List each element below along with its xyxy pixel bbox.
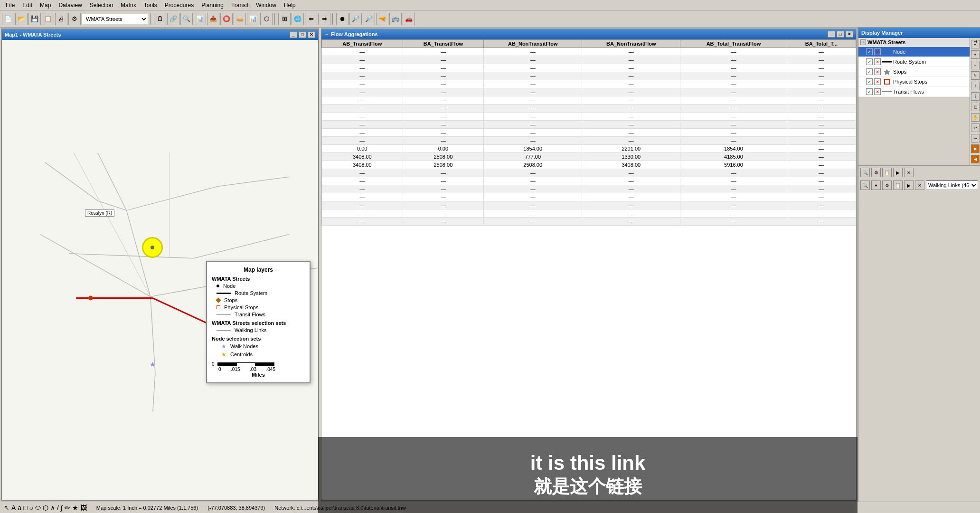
dm-tool-select[interactable]: ◻	[971, 103, 980, 111]
dm-check-route[interactable]	[866, 58, 873, 65]
pie-btn[interactable]: 🥧	[234, 13, 246, 25]
curve-icon[interactable]: ∫	[61, 504, 63, 512]
dm-layer-transit-flows[interactable]: Transit Flows	[858, 87, 970, 97]
text-icon[interactable]: A	[11, 504, 16, 512]
dm-tool-fwd[interactable]: ↪	[971, 134, 980, 142]
filter-btn[interactable]: 🔫	[376, 13, 388, 25]
menu-help[interactable]: Help	[280, 1, 300, 10]
zigzag-icon[interactable]: ∧	[50, 504, 55, 512]
col-ba-total[interactable]: BA_Total_T...	[787, 40, 856, 48]
menu-selection[interactable]: Selection	[86, 1, 117, 10]
link-btn[interactable]: 🔗	[167, 13, 179, 25]
left-btn[interactable]: ⬅	[305, 13, 317, 25]
dm-x-physical[interactable]	[874, 78, 881, 85]
copy-btn[interactable]: 📋	[42, 13, 54, 25]
scatter-btn[interactable]: ⬡	[260, 13, 273, 25]
pointer-icon[interactable]: ↖	[4, 504, 9, 512]
record-btn[interactable]: ⏺	[336, 13, 349, 25]
menu-window[interactable]: Window	[252, 1, 280, 10]
zoom-out-btn[interactable]: 🔎	[363, 13, 375, 25]
dm-tool-info2[interactable]: i	[971, 92, 980, 101]
dm-check-node[interactable]	[866, 48, 873, 55]
poly-icon[interactable]: ⬡	[43, 504, 48, 512]
export-btn[interactable]: 📤	[207, 13, 219, 25]
map-close-btn[interactable]: ✕	[308, 31, 315, 38]
car-btn[interactable]: 🚗	[403, 13, 415, 25]
col-ab-nontransit[interactable]: AB_NonTransitFlow	[484, 40, 582, 48]
table-btn[interactable]: 🗒	[154, 13, 166, 25]
map-restore-btn[interactable]: □	[299, 31, 306, 38]
dm-tool-zoom-out[interactable]: −	[971, 61, 980, 69]
dm-tool-info[interactable]: i	[971, 82, 980, 90]
dm-tool-orange2[interactable]: ◀	[971, 155, 980, 163]
dm-filter-btn2[interactable]: ⚙	[871, 168, 881, 177]
star-icon[interactable]: ★	[72, 504, 78, 512]
dm-walking-links-dropdown[interactable]: Walking Links (4619)	[926, 180, 978, 190]
menu-transit[interactable]: Transit	[227, 1, 252, 10]
circle-btn[interactable]: ⭕	[220, 13, 233, 25]
data-table-wrapper[interactable]: AB_TransitFlow BA_TransitFlow AB_NonTran…	[321, 39, 856, 500]
bar-btn[interactable]: 📊	[247, 13, 259, 25]
dm-layer-node[interactable]: Node	[858, 47, 970, 57]
dm-bottom-btn3[interactable]: ⚙	[882, 180, 892, 190]
zoom-in-btn[interactable]: 🔎	[349, 13, 362, 25]
dm-bottom-btn4[interactable]: 📋	[893, 180, 903, 190]
col-ab-transit[interactable]: AB_TransitFlow	[322, 40, 403, 48]
menu-tools[interactable]: Tools	[140, 1, 161, 10]
dm-layer-route[interactable]: Route System	[858, 57, 970, 67]
print-btn[interactable]: 🖨	[55, 13, 67, 25]
transit-btn[interactable]: 🚌	[389, 13, 402, 25]
dm-x-node[interactable]	[874, 48, 881, 55]
dm-check-transit[interactable]	[866, 88, 873, 95]
dm-expand-wmata[interactable]: +	[860, 39, 866, 45]
col-ba-transit[interactable]: BA_TransitFlow	[403, 40, 484, 48]
save-btn[interactable]: 💾	[28, 13, 41, 25]
settings-btn[interactable]: ⚙	[68, 13, 81, 25]
layers-btn[interactable]: 📊	[194, 13, 206, 25]
menu-dataview[interactable]: Dataview	[55, 1, 85, 10]
right-btn[interactable]: ➡	[318, 13, 330, 25]
menu-map[interactable]: Map	[36, 1, 55, 10]
col-ab-total[interactable]: AB_Total_TransitFlow	[680, 40, 787, 48]
circle-icon[interactable]: ○	[29, 504, 33, 512]
dm-bottom-btn6[interactable]: ✕	[915, 180, 924, 190]
dm-tool-orange1[interactable]: ▶	[971, 144, 980, 153]
globe-btn[interactable]: 🌐	[292, 13, 304, 25]
dm-tool-zoom-in[interactable]: +	[971, 50, 980, 59]
line-icon[interactable]: /	[57, 504, 59, 512]
dm-bottom-btn5[interactable]: ▶	[904, 180, 914, 190]
menu-file[interactable]: File	[2, 1, 19, 10]
dm-filter-btn1[interactable]: 🔍	[860, 168, 870, 177]
dm-bottom-btn1[interactable]: 🔍	[860, 180, 870, 190]
text-small-icon[interactable]: a	[18, 504, 21, 512]
dm-x-route[interactable]	[874, 58, 881, 65]
dm-check-physical[interactable]	[866, 78, 873, 85]
dm-bottom-btn2[interactable]: +	[871, 180, 881, 190]
dm-tool-cursor[interactable]: ↖	[971, 71, 980, 80]
data-close-btn[interactable]: ✕	[846, 31, 853, 38]
dm-filter-btn3[interactable]: 📋	[882, 168, 892, 177]
dm-filter-btn5[interactable]: ✕	[904, 168, 914, 177]
dm-filter-btn4[interactable]: ▶	[893, 168, 903, 177]
rect-icon[interactable]: □	[23, 504, 27, 512]
new-btn[interactable]: 📄	[2, 13, 14, 25]
menu-matrix[interactable]: Matrix	[117, 1, 140, 10]
dm-x-stops[interactable]	[874, 68, 881, 75]
map-canvas[interactable]: ★ Rosslyn (R) Map layers WMATA Streets N…	[2, 40, 318, 500]
oval-icon[interactable]: ⬭	[35, 504, 41, 512]
open-btn[interactable]: 📂	[15, 13, 28, 25]
image-icon[interactable]: 🖼	[80, 504, 87, 512]
dm-tool-pan[interactable]: ✋	[971, 113, 980, 122]
col-ba-nontransit[interactable]: BA_NonTransitFlow	[582, 40, 680, 48]
freehand-icon[interactable]: ✏	[65, 504, 70, 512]
dm-layer-physical-stops[interactable]: Physical Stops	[858, 77, 970, 87]
map-minimize-btn[interactable]: _	[290, 31, 297, 38]
menu-procedures[interactable]: Procedures	[161, 1, 198, 10]
dm-x-transit[interactable]	[874, 88, 881, 95]
dm-tool-to[interactable]: To...	[971, 40, 980, 48]
map-dropdown[interactable]: WMATA Streets	[82, 14, 148, 24]
data-restore-btn[interactable]: □	[837, 31, 844, 38]
search-btn[interactable]: 🔍	[180, 13, 193, 25]
dm-check-stops[interactable]	[866, 68, 873, 75]
dm-layer-stops[interactable]: Stops	[858, 67, 970, 77]
